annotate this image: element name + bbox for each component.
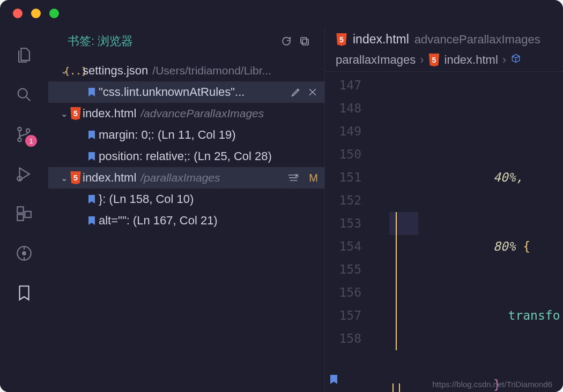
copy-button[interactable]: [295, 32, 314, 50]
line-number-gutter: 147 148 149 150 151 152 153 154 155 156 …: [325, 72, 389, 392]
bookmark-icon: [15, 284, 33, 302]
html-file-icon: 5: [428, 54, 440, 66]
search-icon: [15, 86, 33, 104]
bookmark-label: margin: 0;: (Ln 11, Col 19): [99, 128, 236, 142]
html-file-icon: 5: [336, 33, 347, 46]
clear-all-icon[interactable]: [286, 172, 299, 184]
breadcrumb-file[interactable]: index.html: [445, 53, 498, 67]
tree-group-header[interactable]: ⌄ 5 index.html /advanceParallaxImages: [48, 103, 324, 124]
svg-point-1: [18, 127, 21, 131]
refresh-icon: [280, 35, 293, 48]
bookmark-label: }: (Ln 158, Col 10): [99, 192, 194, 206]
chevron-down-icon: ⌄: [59, 173, 69, 183]
tree-group-header[interactable]: ⌄ {..} settings.json /Users/tridiamond/L…: [48, 60, 324, 81]
files-icon: [15, 46, 33, 64]
indent-guide: [396, 212, 397, 350]
bookmark-icon: [85, 131, 99, 139]
file-path: /Users/tridiamond/Libr...: [152, 64, 271, 77]
explorer-tab[interactable]: [12, 35, 36, 75]
caret-indicator: [392, 383, 400, 392]
search-tab[interactable]: [12, 75, 36, 115]
activity-bar: 1: [0, 27, 48, 392]
extensions-tab[interactable]: [12, 194, 36, 233]
breadcrumb-separator: ›: [502, 53, 506, 67]
editor-tabs: 5 index.html advanceParallaxImages: [325, 27, 563, 49]
gutter-bookmark-icon[interactable]: [330, 375, 337, 384]
bookmark-item[interactable]: }: (Ln 158, Col 10): [48, 189, 324, 210]
sidebar-header: 书签: 浏览器: [48, 27, 324, 60]
tab-filename[interactable]: index.html: [353, 32, 409, 47]
play-bug-icon: [15, 165, 33, 183]
file-name: settings.json: [83, 64, 148, 78]
bookmark-icon: [85, 152, 99, 161]
sidebar-title: 书签: 浏览器: [68, 33, 277, 49]
bookmark-item[interactable]: "css.lint.unknownAtRules"...: [48, 81, 324, 103]
close-icon[interactable]: [307, 87, 318, 97]
main-body: 1 书签: 浏览器: [0, 27, 563, 392]
copy-icon: [298, 35, 311, 48]
bookmarks-tree: ⌄ {..} settings.json /Users/tridiamond/L…: [48, 60, 324, 392]
breadcrumb-folder[interactable]: parallaxImages: [336, 53, 416, 67]
file-path: /parallaxImages: [140, 171, 220, 184]
close-window-button[interactable]: [13, 9, 23, 18]
svg-rect-10: [302, 39, 308, 45]
file-path: /advanceParallaxImages: [140, 107, 264, 120]
titlebar[interactable]: [0, 0, 563, 27]
html-file-icon: 5: [69, 107, 83, 120]
svg-rect-5: [17, 207, 23, 213]
svg-point-2: [18, 138, 21, 142]
breadcrumb-separator: ›: [420, 53, 424, 67]
modified-indicator: M: [309, 172, 318, 184]
watermark: https://blog.csdn.net/TriDiamond6: [432, 380, 552, 389]
svg-point-3: [26, 129, 30, 133]
bookmark-label: position: relative;: (Ln 25, Col 28): [99, 149, 272, 163]
code-content[interactable]: 40%, 80% { transfo } } @media (max .gith…: [389, 72, 563, 392]
bookmarks-tab[interactable]: [12, 273, 36, 313]
minimize-window-button[interactable]: [31, 9, 41, 18]
svg-point-9: [23, 252, 26, 255]
bookmark-item[interactable]: position: relative;: (Ln 25, Col 28): [48, 146, 324, 167]
symbol-icon: [510, 53, 521, 67]
app-window: 1 书签: 浏览器: [0, 0, 563, 392]
breadcrumbs[interactable]: parallaxImages › 5 index.html ›: [325, 49, 563, 72]
bookmark-icon: [85, 195, 99, 203]
tab-folder: advanceParallaxImages: [414, 33, 540, 47]
editor-pane: 5 index.html advanceParallaxImages paral…: [325, 27, 563, 392]
maximize-window-button[interactable]: [49, 9, 59, 18]
bookmark-label: alt="": (Ln 167, Col 21): [99, 214, 218, 228]
code-area[interactable]: 147 148 149 150 151 152 153 154 155 156 …: [325, 72, 563, 392]
current-line-highlight: [389, 212, 418, 235]
remote-tab[interactable]: [12, 233, 36, 273]
chevron-down-icon: ⌄: [59, 109, 69, 119]
extensions-icon: [15, 205, 33, 223]
svg-rect-7: [25, 212, 31, 217]
bookmark-label: "css.lint.unknownAtRules"...: [99, 85, 245, 99]
bookmark-item[interactable]: margin: 0;: (Ln 11, Col 19): [48, 124, 324, 146]
bookmarks-sidebar: 书签: 浏览器 ⌄ {..} settings.json /Users/trid…: [48, 27, 325, 392]
edit-icon[interactable]: [290, 86, 302, 98]
json-file-icon: {..}: [69, 65, 83, 77]
svg-rect-11: [301, 37, 307, 43]
tree-group-header[interactable]: ⌄ 5 index.html /parallaxImages M: [48, 167, 324, 189]
svg-rect-6: [17, 214, 23, 220]
run-debug-tab[interactable]: [12, 154, 36, 194]
remote-icon: [15, 244, 33, 262]
scm-tab[interactable]: 1: [12, 115, 36, 154]
bookmark-icon: [85, 216, 99, 225]
html-file-icon: 5: [69, 171, 83, 184]
file-name: index.html: [83, 171, 136, 185]
svg-point-0: [18, 89, 27, 98]
file-name: index.html: [83, 107, 136, 120]
scm-badge: 1: [25, 135, 37, 147]
bookmark-item[interactable]: alt="": (Ln 167, Col 21): [48, 210, 324, 231]
refresh-button[interactable]: [277, 32, 295, 50]
bookmark-icon: [85, 88, 99, 96]
